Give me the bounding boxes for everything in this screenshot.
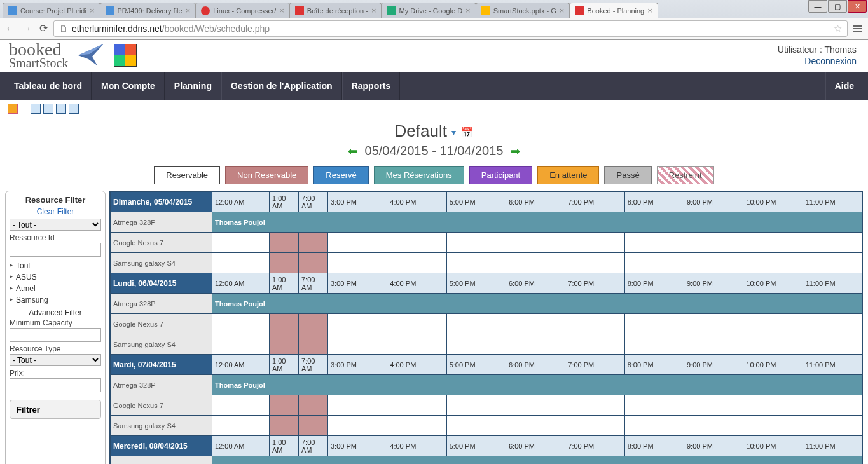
time-slot[interactable] xyxy=(565,395,624,416)
time-slot[interactable] xyxy=(270,314,299,334)
time-slot[interactable] xyxy=(446,334,506,355)
time-slot[interactable] xyxy=(506,416,565,436)
schedule-dropdown-icon[interactable]: ▾ xyxy=(451,128,456,138)
time-slot[interactable] xyxy=(446,314,506,334)
resource-name[interactable]: Google Nexus 7 xyxy=(111,233,212,253)
time-slot[interactable] xyxy=(446,233,506,253)
maximize-button[interactable]: ▢ xyxy=(828,0,847,13)
time-slot[interactable] xyxy=(803,416,862,436)
time-slot[interactable] xyxy=(328,334,387,355)
clear-filter-link[interactable]: Clear Filter xyxy=(10,207,101,216)
view-list-icon[interactable] xyxy=(69,104,79,114)
nav-reports[interactable]: Rapports xyxy=(342,72,400,100)
reload-button[interactable]: ⟳ xyxy=(37,22,50,35)
resource-name[interactable]: Samsung galaxy S4 xyxy=(111,253,212,273)
resource-select[interactable]: - Tout - xyxy=(10,219,101,231)
resource-name[interactable]: Atmega 328P xyxy=(111,456,212,464)
resource-name[interactable]: Samsung galaxy S4 xyxy=(111,416,212,436)
tab-close-icon[interactable]: × xyxy=(560,6,565,15)
time-slot[interactable] xyxy=(387,253,446,273)
close-window-button[interactable]: ✕ xyxy=(848,0,867,13)
time-slot[interactable] xyxy=(743,395,803,416)
time-slot[interactable] xyxy=(387,416,446,436)
time-slot[interactable] xyxy=(446,416,506,436)
min-capacity-input[interactable] xyxy=(10,328,101,342)
tree-item[interactable]: Atmel xyxy=(10,283,101,294)
tab-close-icon[interactable]: × xyxy=(647,6,652,15)
prev-week-button[interactable]: ⬅ xyxy=(348,145,357,158)
time-slot[interactable] xyxy=(299,334,328,355)
browser-tab-active[interactable]: Booked - Planning× xyxy=(569,3,658,18)
time-slot[interactable] xyxy=(803,334,862,355)
browser-tab[interactable]: Linux - Compresser/× xyxy=(195,3,290,18)
time-slot[interactable] xyxy=(212,233,270,253)
time-slot[interactable] xyxy=(624,253,684,273)
time-slot[interactable] xyxy=(387,395,446,416)
tree-item[interactable]: Tout xyxy=(10,260,101,271)
resource-name[interactable]: Google Nexus 7 xyxy=(111,314,212,334)
time-slot[interactable] xyxy=(270,395,299,416)
time-slot[interactable] xyxy=(803,253,862,273)
browser-tab[interactable]: Course: Projet Pluridi× xyxy=(3,3,100,18)
tab-close-icon[interactable]: × xyxy=(279,6,284,15)
time-slot[interactable] xyxy=(565,253,624,273)
time-slot[interactable] xyxy=(387,314,446,334)
time-slot[interactable] xyxy=(743,233,803,253)
reservation-block[interactable]: Thomas Poujol xyxy=(212,456,862,464)
favorite-view-icon[interactable] xyxy=(8,104,18,114)
time-slot[interactable] xyxy=(565,416,624,436)
nav-help[interactable]: Aide xyxy=(825,72,863,100)
time-slot[interactable] xyxy=(803,395,862,416)
resource-name[interactable]: Atmega 328P xyxy=(111,294,212,314)
time-slot[interactable] xyxy=(743,334,803,355)
tab-close-icon[interactable]: × xyxy=(90,6,95,15)
tab-close-icon[interactable]: × xyxy=(465,6,471,15)
calendar-icon[interactable]: 📅 xyxy=(460,127,473,138)
browser-tab[interactable]: SmartStock.pptx - G× xyxy=(476,3,570,18)
filter-button[interactable]: Filtrer xyxy=(10,400,101,419)
time-slot[interactable] xyxy=(684,416,743,436)
time-slot[interactable] xyxy=(299,314,328,334)
time-slot[interactable] xyxy=(328,233,387,253)
time-slot[interactable] xyxy=(624,314,684,334)
tree-item[interactable]: Samsung xyxy=(10,294,101,306)
chrome-menu-button[interactable] xyxy=(851,22,864,35)
time-slot[interactable] xyxy=(270,416,299,436)
time-slot[interactable] xyxy=(684,253,743,273)
time-slot[interactable] xyxy=(270,253,299,273)
time-slot[interactable] xyxy=(328,416,387,436)
time-slot[interactable] xyxy=(743,253,803,273)
time-slot[interactable] xyxy=(743,416,803,436)
forward-button[interactable]: → xyxy=(20,22,33,35)
resource-id-input[interactable] xyxy=(10,243,101,257)
time-slot[interactable] xyxy=(299,253,328,273)
time-slot[interactable] xyxy=(565,314,624,334)
tab-close-icon[interactable]: × xyxy=(371,6,376,15)
time-slot[interactable] xyxy=(212,253,270,273)
view-day-icon[interactable] xyxy=(31,104,41,114)
time-slot[interactable] xyxy=(212,334,270,355)
nav-account[interactable]: Mon Compte xyxy=(92,72,165,100)
time-slot[interactable] xyxy=(803,314,862,334)
time-slot[interactable] xyxy=(684,334,743,355)
time-slot[interactable] xyxy=(684,233,743,253)
tree-item[interactable]: ASUS xyxy=(10,271,101,283)
time-slot[interactable] xyxy=(212,395,270,416)
time-slot[interactable] xyxy=(506,334,565,355)
time-slot[interactable] xyxy=(270,334,299,355)
logout-link[interactable]: Deconnexion xyxy=(804,56,857,66)
time-slot[interactable] xyxy=(743,314,803,334)
time-slot[interactable] xyxy=(684,395,743,416)
browser-tab[interactable]: My Drive - Google D× xyxy=(381,3,476,18)
resource-name[interactable]: Atmega 328P xyxy=(111,212,212,233)
time-slot[interactable] xyxy=(328,395,387,416)
time-slot[interactable] xyxy=(387,233,446,253)
time-slot[interactable] xyxy=(446,395,506,416)
resource-name[interactable]: Atmega 328P xyxy=(111,375,212,395)
reservation-block[interactable]: Thomas Poujol xyxy=(212,294,862,314)
time-slot[interactable] xyxy=(624,233,684,253)
reservation-block[interactable]: Thomas Poujol xyxy=(212,375,862,395)
time-slot[interactable] xyxy=(803,233,862,253)
view-month-icon[interactable] xyxy=(56,104,66,114)
back-button[interactable]: ← xyxy=(4,22,17,35)
